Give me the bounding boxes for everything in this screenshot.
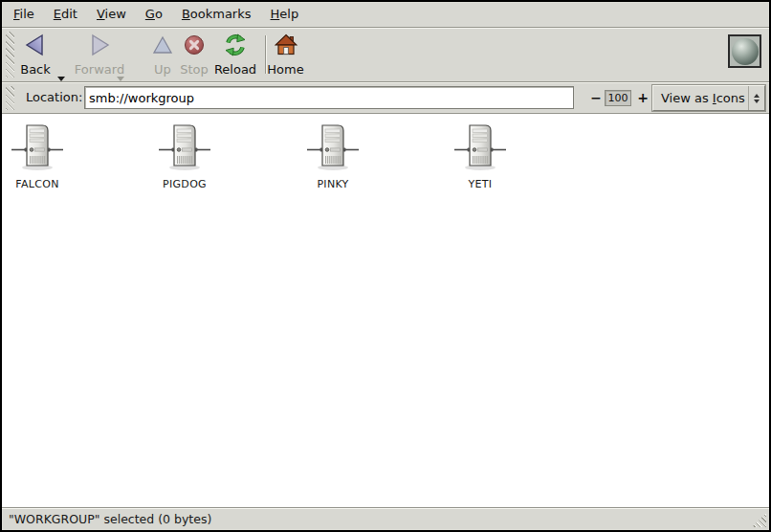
throbber[interactable] [728,34,761,68]
zoom-in-button[interactable]: + [634,88,651,107]
server-item-falcon[interactable]: FALCON [0,122,90,190]
menu-view-label: iew [105,7,126,21]
status-bar: "WORKGROUP" selected (0 bytes) [2,507,769,530]
forward-icon [88,33,111,59]
menu-bookmarks-mnemonic: B [182,7,190,21]
server-item-pigdog[interactable]: PIGDOG [132,122,237,190]
toolbar: Back Forward Up Stop [2,28,769,82]
home-label: Home [267,62,303,77]
view-as-dropdown[interactable]: View as Icons [652,85,765,111]
location-bar-drag-handle[interactable] [6,86,14,110]
location-label: Location: [26,82,82,113]
server-label: YETI [469,178,493,190]
stop-icon [183,33,206,59]
menu-view-mnemonic: V [97,7,105,21]
stop-label: Stop [180,62,209,77]
menu-go-label: o [155,7,163,21]
back-button[interactable]: Back [13,33,57,78]
reload-icon [224,33,247,59]
menu-file-label: ile [20,7,34,21]
location-input[interactable] [84,86,574,109]
dropdown-indicator-icon [748,86,764,110]
status-text: "WORKGROUP" selected (0 bytes) [9,512,211,526]
view-as-label: View as Icons [653,91,748,105]
server-item-pinky[interactable]: PINKY [280,122,386,190]
icon-view[interactable]: FALCON PIGDOG [2,114,769,507]
server-label: PINKY [317,178,348,190]
forward-label: Forward [75,62,124,77]
forward-history-chevron-icon[interactable] [117,77,124,81]
menu-bar: File Edit View Go Bookmarks Help [2,2,769,28]
menu-bookmarks-label: ookmarks [190,7,252,21]
menu-edit-label: dit [61,7,77,21]
server-label: FALCON [15,178,58,190]
forward-button[interactable]: Forward [75,33,124,78]
location-bar: Location: − 100 + View as Icons [2,82,769,114]
globe-throbber-icon [732,38,759,65]
server-icon [453,122,507,177]
server-icon [306,122,360,177]
server-label: PIGDOG [163,178,207,190]
menu-help-mnemonic: H [271,7,280,21]
server-icon [11,122,64,177]
menu-bookmarks[interactable]: Bookmarks [172,2,261,27]
zoom-level-indicator[interactable]: 100 [605,90,631,106]
resize-grip-icon[interactable] [752,513,766,527]
stop-button[interactable]: Stop [175,33,213,78]
back-history-chevron-icon[interactable] [57,77,65,81]
menu-file[interactable]: File [4,2,44,27]
file-manager-window: File Edit View Go Bookmarks Help Back Fo… [0,0,771,532]
up-label: Up [154,62,171,77]
home-icon [275,33,297,59]
menu-help[interactable]: Help [261,2,309,27]
menu-go[interactable]: Go [136,2,172,27]
menu-edit[interactable]: Edit [44,2,87,27]
up-icon [151,33,174,59]
reload-button[interactable]: Reload [211,33,259,78]
menu-edit-mnemonic: E [54,7,61,21]
zoom-out-button[interactable]: − [587,88,605,107]
menu-help-label: elp [279,7,298,21]
reload-label: Reload [214,62,256,77]
menu-go-mnemonic: G [145,7,155,21]
home-button[interactable]: Home [264,33,307,78]
server-item-yeti[interactable]: YETI [428,122,533,190]
back-icon [24,33,47,59]
menu-view[interactable]: View [87,2,136,27]
server-icon [158,122,211,177]
back-label: Back [20,62,51,77]
